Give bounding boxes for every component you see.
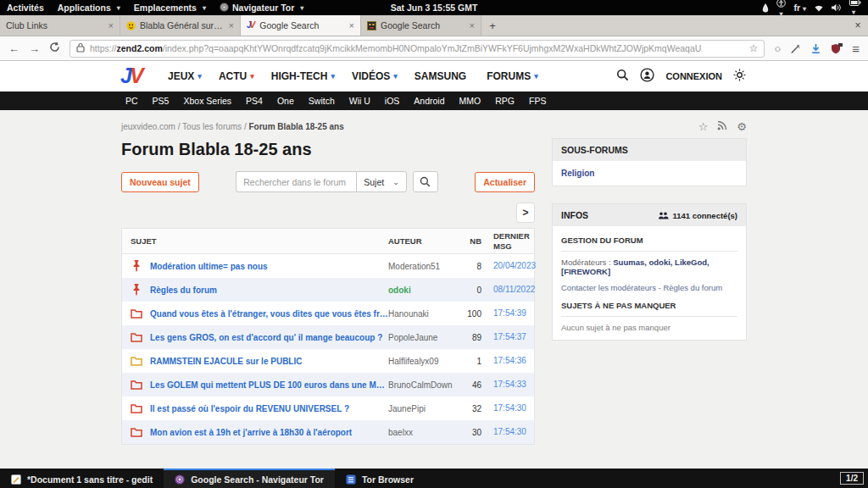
topic-last-message[interactable]: 17:54:33 bbox=[485, 380, 534, 391]
topic-link[interactable]: Quand vous êtes à l'étranger, vous dites… bbox=[150, 309, 388, 319]
contact-moderators-link[interactable]: Contacter les modérateurs bbox=[561, 283, 656, 292]
tab-close-icon[interactable]: × bbox=[470, 20, 475, 30]
topic-author[interactable]: odoki bbox=[388, 286, 458, 295]
topic-link[interactable]: Les gens GROS, on est d'accord qu' il ma… bbox=[150, 333, 382, 342]
table-row[interactable]: Mon avion est à 19h et j'arrive à 18h30 … bbox=[122, 420, 534, 444]
accessibility-icon[interactable] bbox=[776, 0, 786, 18]
browser-tab[interactable]: Blabla Général sur Onche × bbox=[120, 15, 241, 36]
forum-search-input[interactable] bbox=[236, 171, 356, 192]
topic-last-message[interactable]: 17:54:39 bbox=[485, 308, 534, 319]
places-menu[interactable]: Emplacements bbox=[134, 3, 206, 13]
table-row[interactable]: Modération ultime= pas nous Moderation51… bbox=[122, 254, 534, 278]
game-nav-item[interactable]: iOS bbox=[385, 96, 400, 106]
tab-close-icon[interactable]: × bbox=[349, 20, 354, 30]
topic-link[interactable]: RAMMSTEIN EJACULE sur le PUBLIC bbox=[150, 357, 302, 366]
topic-last-message[interactable]: 20/04/2023 bbox=[485, 261, 534, 272]
keyboard-layout-indicator[interactable]: fr bbox=[793, 3, 806, 13]
bookmark-star-icon[interactable]: ☆ bbox=[749, 42, 759, 54]
forum-search-button[interactable] bbox=[413, 171, 438, 192]
activities-button[interactable]: Activités bbox=[7, 3, 44, 13]
topic-link[interactable]: Modération ultime= pas nous bbox=[150, 262, 268, 271]
topic-link[interactable]: Mon avion est à 19h et j'arrive à 18h30 … bbox=[150, 428, 352, 437]
applications-menu[interactable]: Applications bbox=[58, 3, 120, 13]
topic-link[interactable]: Les GOLEM qui mettent PLUS DE 100 euros … bbox=[150, 380, 388, 390]
system-indicators[interactable]: fr bbox=[762, 0, 861, 18]
tab-close-icon[interactable]: × bbox=[229, 20, 234, 30]
window-close-button[interactable]: × bbox=[848, 15, 868, 36]
topic-author[interactable]: baelxx bbox=[388, 428, 458, 437]
gear-icon[interactable]: ⚙ bbox=[737, 120, 747, 133]
game-nav-item[interactable]: FPS bbox=[529, 96, 546, 106]
topic-last-message[interactable]: 17:54:36 bbox=[485, 356, 534, 367]
game-nav-item[interactable]: Xbox Series bbox=[183, 96, 231, 106]
site-nav-item[interactable]: VIDÉOS bbox=[352, 70, 398, 82]
table-row[interactable]: Quand vous êtes à l'étranger, vous dites… bbox=[122, 302, 534, 325]
clock[interactable]: Sat Jun 3 15:55 GMT bbox=[391, 3, 478, 13]
site-nav-item[interactable]: FORUMS bbox=[487, 70, 538, 82]
taskbar-window-button[interactable]: Google Search - Navigateur Tor bbox=[164, 469, 335, 488]
browser-tab[interactable]: Google Search × bbox=[241, 15, 361, 36]
app-menu-navigateur-tor[interactable]: Navigateur Tor bbox=[220, 3, 303, 14]
search-scope-select[interactable]: Sujet ⌄ bbox=[356, 171, 406, 192]
account-icon[interactable] bbox=[640, 68, 654, 86]
site-nav-item[interactable]: ACTU bbox=[219, 70, 254, 82]
new-identity-icon[interactable] bbox=[790, 43, 801, 54]
topic-author[interactable]: Hanounaki bbox=[388, 309, 458, 319]
menu-icon[interactable]: ≡ bbox=[852, 42, 860, 55]
new-tab-button[interactable]: + bbox=[481, 15, 504, 36]
game-nav-item[interactable]: One bbox=[277, 96, 294, 106]
theme-sun-icon[interactable] bbox=[733, 69, 746, 85]
rss-icon[interactable] bbox=[717, 120, 727, 133]
topic-author[interactable]: BrunoCalmDown bbox=[388, 380, 458, 390]
table-row[interactable]: Il est passé où l'espoir du REVENU UNIVE… bbox=[122, 396, 534, 420]
topic-author[interactable]: Halflifealyx09 bbox=[388, 357, 458, 366]
breadcrumb-forums-link[interactable]: Tous les forums bbox=[182, 122, 242, 131]
forum-rules-link[interactable]: Règles du forum bbox=[663, 283, 722, 292]
topic-author[interactable]: Moderation51 bbox=[388, 262, 458, 271]
site-nav-item[interactable]: HIGH-TECH bbox=[271, 70, 335, 82]
new-topic-button[interactable]: Nouveau sujet bbox=[121, 172, 199, 192]
favorite-star-icon[interactable]: ☆ bbox=[698, 120, 709, 133]
forward-button[interactable]: → bbox=[29, 43, 40, 54]
table-row[interactable]: Règles du forum odoki 0 08/11/2022 bbox=[122, 278, 534, 302]
table-row[interactable]: Les GOLEM qui mettent PLUS DE 100 euros … bbox=[122, 373, 534, 396]
game-nav-item[interactable]: MMO bbox=[459, 96, 481, 106]
topic-author[interactable]: PopoleJaune bbox=[388, 333, 458, 342]
browser-tab[interactable]: Google Search × bbox=[361, 15, 481, 36]
jv-logo[interactable]: JV bbox=[119, 64, 149, 88]
table-row[interactable]: Les gens GROS, on est d'accord qu' il ma… bbox=[122, 325, 534, 349]
search-icon[interactable] bbox=[616, 69, 629, 85]
game-nav-item[interactable]: Switch bbox=[309, 96, 335, 106]
browser-tab[interactable]: Club Links × bbox=[0, 15, 120, 36]
battery-icon[interactable] bbox=[849, 0, 861, 16]
game-nav-item[interactable]: Wii U bbox=[349, 96, 370, 106]
onion-circuit-icon[interactable]: ○ bbox=[774, 43, 781, 54]
topic-link[interactable]: Règles du forum bbox=[150, 286, 217, 295]
url-bar[interactable]: https://zend2.com/index.php?q=oaapqKhtYW… bbox=[70, 40, 765, 58]
topic-author[interactable]: JaunePipi bbox=[388, 404, 458, 413]
sub-forum-link[interactable]: Religion bbox=[561, 169, 737, 178]
taskbar-window-button[interactable]: Tor Browser bbox=[335, 469, 425, 488]
game-nav-item[interactable]: PS5 bbox=[153, 96, 170, 106]
topic-last-message[interactable]: 17:54:30 bbox=[485, 427, 534, 438]
game-nav-item[interactable]: Android bbox=[414, 96, 444, 106]
site-nav-item[interactable]: JEUX bbox=[168, 70, 202, 82]
connexion-link[interactable]: CONNEXION bbox=[665, 71, 722, 81]
site-nav-item[interactable]: SAMSUNG bbox=[415, 70, 470, 82]
breadcrumb-site-link[interactable]: jeuxvideo.com bbox=[121, 122, 175, 131]
game-nav-item[interactable]: PC bbox=[125, 96, 138, 106]
next-page-button[interactable]: > bbox=[516, 202, 535, 223]
topic-link[interactable]: Il est passé où l'espoir du REVENU UNIVE… bbox=[150, 404, 349, 413]
back-button[interactable]: ← bbox=[8, 43, 19, 54]
topic-last-message[interactable]: 08/11/2022 bbox=[485, 285, 534, 296]
table-row[interactable]: RAMMSTEIN EJACULE sur le PUBLIC Halflife… bbox=[122, 349, 534, 373]
topic-last-message[interactable]: 17:54:37 bbox=[485, 332, 534, 343]
downloads-icon[interactable] bbox=[810, 43, 821, 54]
reload-button[interactable] bbox=[49, 41, 60, 56]
workspace-indicator[interactable]: 1/2 bbox=[840, 472, 864, 485]
adblock-shield-icon[interactable] bbox=[831, 43, 843, 54]
game-nav-item[interactable]: RPG bbox=[495, 96, 515, 106]
refresh-button[interactable]: Actualiser bbox=[475, 172, 535, 192]
taskbar-window-button[interactable]: *Document 1 sans titre - gedit bbox=[0, 469, 164, 488]
tab-close-icon[interactable]: × bbox=[108, 20, 114, 30]
